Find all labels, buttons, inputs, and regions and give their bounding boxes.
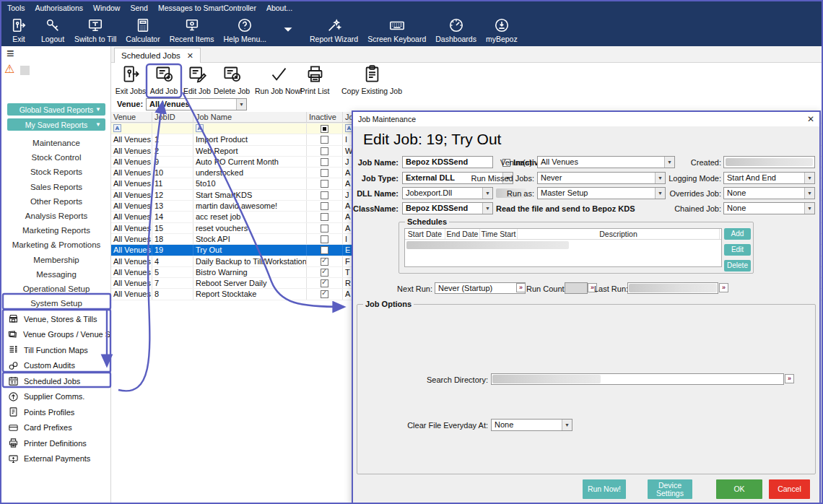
sidebar-section-marketing-reports[interactable]: Marketing Reports	[1, 223, 111, 238]
inactive-checkbox[interactable]	[321, 235, 328, 243]
menu-item-about[interactable]: About...	[266, 4, 292, 12]
help-menu-caret[interactable]	[276, 19, 300, 38]
inactive-checkbox[interactable]	[321, 158, 328, 166]
jobs-toolbar-button-delete-job[interactable]: Delete Job	[214, 64, 249, 97]
last-run-more-button[interactable]: »	[719, 283, 728, 292]
schedules-table[interactable]: Start DateEnd DateTime StartDescription	[404, 228, 722, 267]
run-as-select[interactable]: Master Setup▼	[537, 187, 666, 199]
sidebar-item-supplier-comms[interactable]: Supplier Comms.	[1, 389, 111, 405]
run-now-button[interactable]: Run Now!	[583, 479, 626, 499]
sidebar-item-points-profiles[interactable]: Points Profiles	[1, 404, 111, 420]
sidebar-section-messaging[interactable]: Messaging	[1, 267, 111, 282]
sidebar-item-venue-stores-tills[interactable]: Venue, Stores & Tills	[1, 311, 111, 327]
run-check-icon	[269, 64, 289, 87]
inactive-checkbox[interactable]	[321, 246, 328, 254]
menu-item-messages-to-smartcontroller[interactable]: Messages to SmartController	[158, 4, 256, 12]
sidebar-section-system-setup[interactable]: System Setup	[1, 296, 111, 310]
toolbar-button-calculator[interactable]: Calculator	[126, 14, 160, 43]
sidebar-section-operational-setup[interactable]: Operational Setup	[1, 282, 111, 296]
column-header-inactive[interactable]: Inactive	[307, 112, 343, 123]
venues-select[interactable]: All Venues▼	[537, 156, 675, 168]
search-directory-input[interactable]	[491, 373, 784, 385]
inactive-checkbox[interactable]	[321, 180, 328, 188]
cell-job_name: martin david awesome!	[193, 201, 307, 211]
text-filter-icon[interactable]: A	[113, 124, 121, 132]
inactive-checkbox[interactable]	[321, 191, 328, 199]
cancel-button[interactable]: Cancel	[769, 479, 810, 499]
sidebar-item-custom-audits[interactable]: Custom Audits	[1, 358, 111, 374]
toolbar-button-dashboards[interactable]: Dashboards	[435, 14, 476, 43]
sidebar-section-maintenance[interactable]: Maintenance	[1, 136, 111, 150]
sidebar-item-till-function-maps[interactable]: Till Function Maps	[1, 342, 111, 358]
inactive-checkbox[interactable]	[321, 169, 328, 177]
schedule-delete-button[interactable]: Delete	[724, 260, 751, 271]
menu-item-authorisations[interactable]: Authorisations	[35, 4, 84, 12]
jobs-toolbar-button-exit-jobs[interactable]: Exit Jobs	[115, 64, 147, 97]
menu-item-window[interactable]: Window	[93, 4, 120, 12]
close-dialog-icon[interactable]: ✕	[807, 114, 814, 124]
cell-job_id: 14	[152, 212, 193, 222]
inactive-filter-checkbox[interactable]	[321, 125, 328, 133]
toolbar-button-switch-to-till[interactable]: Switch to Till	[74, 14, 116, 43]
inactive-checkbox[interactable]	[321, 258, 328, 266]
logging-mode-select[interactable]: Start And End▼	[723, 172, 815, 184]
toolbar-button-help-menu[interactable]: Help Menu...	[224, 14, 267, 43]
inactive-checkbox[interactable]	[321, 147, 328, 155]
job-name-input[interactable]: Bepoz KDSSend	[402, 156, 493, 168]
menu-item-tools[interactable]: Tools	[7, 4, 25, 12]
inactive-checkbox[interactable]	[321, 279, 328, 287]
ok-button[interactable]: OK	[716, 479, 762, 499]
schedule-add-button[interactable]: Add	[724, 228, 751, 240]
inactive-checkbox[interactable]	[321, 225, 328, 233]
inactive-checkbox[interactable]	[321, 269, 328, 277]
column-header-jobid[interactable]: JobID	[152, 112, 193, 123]
sidebar-section-stock-reports[interactable]: Stock Reports	[1, 165, 111, 179]
caret-down-icon	[279, 21, 297, 38]
inactive-checkbox[interactable]	[321, 202, 328, 210]
toolbar-button-recent-items[interactable]: Recent Items	[170, 14, 214, 43]
cell-venue: All Venues	[111, 157, 152, 167]
toolbar-button-exit[interactable]: Exit	[6, 14, 31, 43]
overrides-job-select[interactable]: None▼	[723, 187, 815, 199]
sidebar-item-venue-groups-venue-sets[interactable]: Venue Groups / Venue Sets	[1, 327, 111, 343]
toolbar-button-screen-keyboard[interactable]: Screen Keyboard	[367, 14, 426, 43]
jobs-toolbar-button-edit-job[interactable]: Edit Job	[181, 64, 213, 97]
jobs-toolbar-button-add-job[interactable]: Add Job	[147, 64, 180, 97]
sidebar-section-stock-control[interactable]: Stock Control	[1, 150, 111, 165]
jobs-toolbar-button-copy-existing-job[interactable]: Copy Existing Job	[332, 64, 412, 97]
sidebar-section-analysis-reports[interactable]: Analysis Reports	[1, 209, 111, 223]
close-tab-icon[interactable]: ✕	[187, 51, 193, 61]
inactive-checkbox[interactable]	[321, 290, 328, 298]
menu-item-send[interactable]: Send	[130, 4, 148, 12]
sidebar-item-my-saved-reports[interactable]: My Saved Reports▼	[7, 118, 105, 131]
sidebar-item-global-saved-reports[interactable]: Global Saved Reports▼	[7, 103, 105, 116]
toolbar-button-report-wizard[interactable]: Report Wizard	[310, 14, 358, 43]
column-header-venue[interactable]: Venue	[111, 112, 152, 123]
next-run-more-button[interactable]: »	[516, 283, 526, 292]
sidebar-section-marketing-promotions[interactable]: Marketing & Promotions	[1, 238, 111, 252]
tab-scheduled-jobs[interactable]: Scheduled Jobs ✕	[114, 48, 201, 63]
sidebar-item-scheduled-jobs[interactable]: Scheduled Jobs	[1, 373, 111, 389]
schedule-edit-button[interactable]: Edit	[724, 244, 751, 256]
toolbar-button-mybepoz[interactable]: myBepoz	[486, 14, 518, 43]
chained-job-select[interactable]: None▼	[723, 202, 815, 214]
device-settings-button[interactable]: Device Settings	[648, 479, 692, 499]
sidebar-section-other-reports[interactable]: Other Reports	[1, 194, 111, 209]
venue-filter-select[interactable]: All Venues ▼	[146, 98, 247, 110]
sidebar-section-sales-reports[interactable]: Sales Reports	[1, 180, 111, 194]
classname-select[interactable]: Bepoz KDSSend▼	[402, 202, 493, 214]
sidebar-item-printer-definitions[interactable]: Printer Definitions	[1, 435, 111, 451]
sidebar-item-external-payments[interactable]: External Payments	[1, 451, 111, 467]
clear-file-select[interactable]: None▼	[491, 419, 572, 431]
column-header-job-name[interactable]: Job Name	[193, 112, 307, 123]
run-missed-jobs-select[interactable]: Never▼	[537, 172, 666, 184]
toolbar-button-logout[interactable]: Logout	[40, 14, 65, 43]
jobs-toolbar-button-print-list[interactable]: Print List	[296, 64, 334, 97]
sidebar-item-card-prefixes[interactable]: Card Prefixes	[1, 420, 111, 436]
inactive-checkbox[interactable]	[321, 213, 328, 221]
sidebar-section-membership[interactable]: Membership	[1, 253, 111, 267]
inactive-checkbox[interactable]	[321, 136, 328, 144]
text-filter-icon[interactable]: A	[196, 124, 204, 132]
search-directory-more-button[interactable]: »	[785, 374, 794, 383]
hamburger-menu-icon[interactable]: ≡	[6, 48, 14, 59]
